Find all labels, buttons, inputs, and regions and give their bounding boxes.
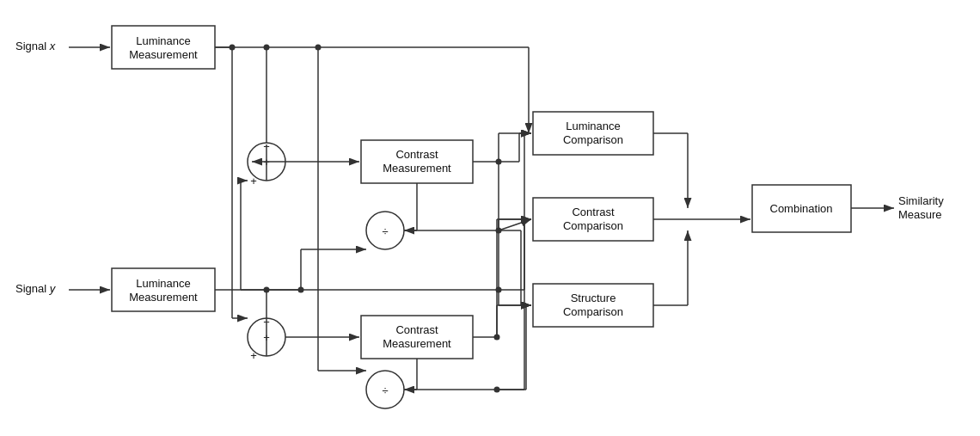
diagram-container: Signal x Luminance Measurement + − + xyxy=(0,0,980,436)
contrast-measure-top-label1: Contrast xyxy=(395,148,438,161)
structure-comparison-label2: Comparison xyxy=(563,305,623,318)
svg-point-70 xyxy=(315,45,322,51)
lum-measure-x-box xyxy=(112,26,215,69)
lum-measure-y-label1: Luminance xyxy=(136,277,191,290)
lum-measure-x-label1: Luminance xyxy=(136,34,191,47)
combination-label: Combination xyxy=(770,202,833,215)
contrast-measure-bot-label1: Contrast xyxy=(395,323,438,336)
lum-measure-x-label2: Measurement xyxy=(129,48,198,61)
signal-y-label: Signal y xyxy=(15,282,57,295)
similarity-label1: Similarity xyxy=(898,194,944,207)
lum-measure-y-box xyxy=(112,268,215,311)
lum-measure-y-label2: Measurement xyxy=(129,291,198,304)
svg-line-20 xyxy=(499,219,531,230)
svg-point-7 xyxy=(264,45,270,51)
lum-comparison-label2: Comparison xyxy=(563,133,623,146)
signal-x-label: Signal x xyxy=(15,40,56,52)
div-top-symbol: ÷ xyxy=(382,225,388,238)
contrast-measure-bot-label2: Measurement xyxy=(383,337,451,350)
lum-comparison-label1: Luminance xyxy=(566,120,621,132)
similarity-label2: Measure xyxy=(898,208,942,221)
adder-bot-plus2: + xyxy=(250,349,257,362)
contrast-comparison-label1: Contrast xyxy=(572,206,615,218)
adder-top-plus2: + xyxy=(250,175,257,187)
contrast-measure-top-label2: Measurement xyxy=(383,162,451,175)
contrast-comparison-label2: Comparison xyxy=(563,219,623,232)
div-bot-symbol: ÷ xyxy=(382,384,388,397)
structure-comparison-label1: Structure xyxy=(571,292,616,304)
